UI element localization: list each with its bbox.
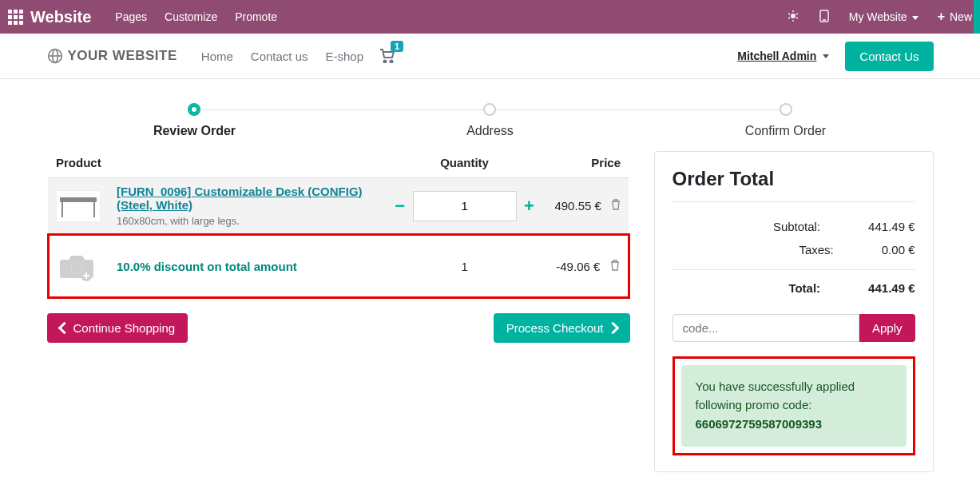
- cart-actions: Continue Shopping Process Checkout: [47, 313, 630, 343]
- qty-minus-button[interactable]: −: [391, 196, 410, 217]
- edge-accent: [974, 0, 980, 34]
- wizard-label: Address: [343, 124, 638, 138]
- contact-us-button[interactable]: Contact Us: [845, 42, 933, 71]
- cart-link[interactable]: 1: [379, 49, 395, 63]
- line-price: 490.55 €: [554, 199, 601, 213]
- trash-icon[interactable]: [611, 200, 621, 213]
- taxes-value: 0.00 €: [882, 243, 915, 256]
- nav-contact[interactable]: Contact us: [251, 50, 308, 63]
- cart-row-product: [FURN_0096] Customizable Desk (CONFIG) (…: [48, 178, 629, 235]
- user-dropdown[interactable]: Mitchell Admin: [737, 50, 829, 62]
- promo-code-row: Apply: [673, 314, 915, 342]
- subtotal-row: Subtotal: 441.49 €: [673, 215, 915, 238]
- site-nav: Home Contact us E-shop: [201, 50, 363, 63]
- desk-image: [56, 190, 101, 222]
- total-row: Total: 441.49 €: [673, 269, 915, 300]
- top-bar: Website Pages Customize Promote My Websi…: [0, 0, 980, 34]
- col-price: Price: [546, 151, 629, 178]
- svg-point-0: [791, 14, 796, 18]
- continue-shopping-button[interactable]: Continue Shopping: [47, 313, 188, 343]
- trash-icon[interactable]: [610, 260, 620, 273]
- discount-name: 10.0% discount on total amount: [117, 260, 297, 273]
- promo-code-value: 6606972759587009393: [696, 415, 892, 434]
- process-checkout-button[interactable]: Process Checkout: [494, 313, 630, 343]
- nav-home[interactable]: Home: [201, 50, 233, 63]
- new-label: New: [950, 10, 972, 23]
- plus-icon: +: [938, 10, 945, 24]
- cart-row-discount: 10.0% discount on total amount 1 -49.06 …: [48, 235, 629, 298]
- taxes-label: Taxes:: [673, 243, 882, 256]
- nav-pages[interactable]: Pages: [115, 10, 147, 23]
- col-quantity: Quantity: [383, 151, 547, 178]
- promo-success-alert: You have successfully applied following …: [681, 365, 907, 447]
- wizard-step-confirm[interactable]: Confirm Order: [638, 103, 934, 138]
- nav-eshop[interactable]: E-shop: [326, 50, 364, 63]
- total-value: 441.49 €: [868, 281, 915, 295]
- continue-label: Continue Shopping: [73, 321, 176, 335]
- cart-badge: 1: [391, 41, 403, 52]
- globe-icon: [47, 48, 63, 64]
- svg-point-9: [71, 263, 82, 274]
- checkout-label: Process Checkout: [506, 321, 604, 335]
- wizard-dot: [780, 103, 792, 116]
- wizard-step-address[interactable]: Address: [343, 103, 638, 138]
- product-subtitle: 160x80cm, with large legs.: [117, 215, 375, 227]
- wizard-dot: [483, 103, 496, 116]
- subtotal-label: Subtotal:: [673, 220, 869, 233]
- brand-title[interactable]: Website: [30, 8, 91, 26]
- logo-text: YOUR WEBSITE: [68, 48, 177, 64]
- divider: [673, 201, 915, 202]
- svg-point-6: [384, 61, 387, 63]
- apply-button[interactable]: Apply: [859, 314, 915, 342]
- promo-msg: You have successfully applied following …: [696, 380, 855, 411]
- camera-plus-icon: [58, 250, 97, 282]
- nav-customize[interactable]: Customize: [165, 10, 217, 23]
- checkout-wizard: Review Order Address Confirm Order: [47, 103, 934, 138]
- mobile-icon[interactable]: [819, 10, 830, 25]
- site-header: YOUR WEBSITE Home Contact us E-shop 1 Mi…: [0, 34, 980, 79]
- svg-point-7: [391, 61, 393, 63]
- subtotal-value: 441.49 €: [868, 220, 915, 233]
- product-name-link[interactable]: [FURN_0096] Customizable Desk (CONFIG) (…: [117, 185, 363, 212]
- top-right: My Website + New: [787, 10, 972, 25]
- discount-qty: 1: [383, 235, 547, 298]
- product-thumbnail[interactable]: [48, 178, 109, 235]
- page-content: Review Order Address Confirm Order Produ…: [39, 79, 942, 489]
- apps-icon[interactable]: [0, 0, 30, 34]
- site-switcher[interactable]: My Website: [849, 10, 919, 23]
- wizard-step-review[interactable]: Review Order: [47, 103, 343, 138]
- cart-column: Product Quantity Price: [47, 151, 630, 343]
- order-total-sidebar: Order Total Subtotal: 441.49 € Taxes: 0.…: [654, 151, 934, 472]
- top-nav: Pages Customize Promote: [115, 10, 277, 23]
- bug-icon[interactable]: [787, 10, 799, 25]
- site-logo[interactable]: YOUR WEBSITE: [47, 48, 177, 64]
- promo-code-input[interactable]: [673, 314, 859, 342]
- wizard-label: Confirm Order: [638, 124, 934, 138]
- promo-highlight: You have successfully applied following …: [673, 356, 915, 455]
- wizard-dot-active: [188, 103, 200, 116]
- qty-input[interactable]: [413, 191, 517, 221]
- order-total-title: Order Total: [673, 168, 915, 190]
- col-product: Product: [48, 151, 383, 178]
- cart-table: Product Quantity Price: [47, 151, 630, 299]
- nav-promote[interactable]: Promote: [235, 10, 277, 23]
- new-button[interactable]: + New: [938, 10, 972, 24]
- qty-plus-button[interactable]: +: [519, 196, 538, 217]
- taxes-row: Taxes: 0.00 €: [673, 238, 915, 261]
- wizard-label: Review Order: [47, 124, 343, 138]
- discount-price: -49.06 €: [556, 260, 600, 273]
- total-label: Total:: [673, 281, 869, 295]
